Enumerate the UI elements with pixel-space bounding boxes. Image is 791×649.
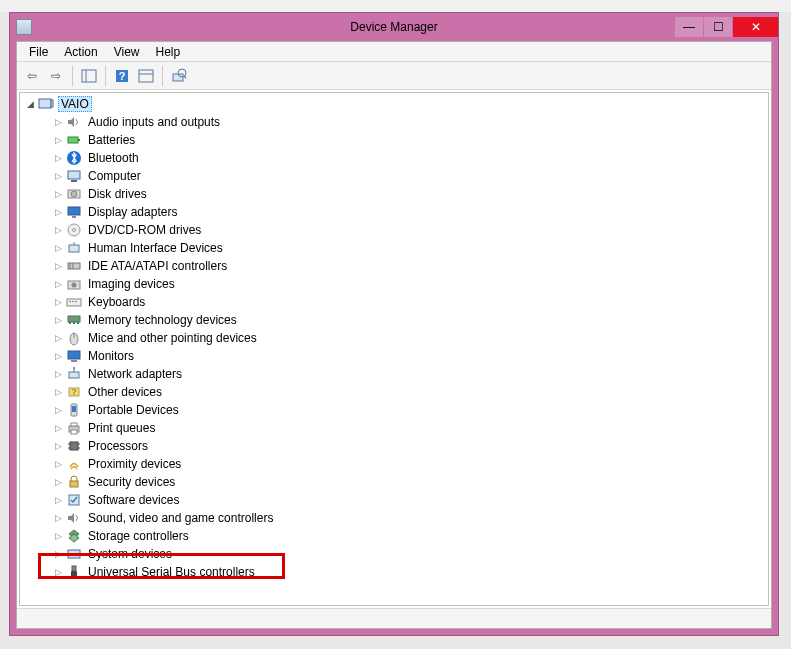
window-title: Device Manager: [10, 20, 778, 34]
expand-icon[interactable]: ▷: [52, 152, 64, 164]
tree-item[interactable]: ▷?Other devices: [24, 383, 768, 401]
forward-button[interactable]: ⇨: [45, 65, 67, 87]
svg-rect-20: [72, 216, 76, 218]
tree-item[interactable]: ▷Display adapters: [24, 203, 768, 221]
tree-item[interactable]: ▷Storage controllers: [24, 527, 768, 545]
tree-item-label: Imaging devices: [86, 276, 177, 292]
expand-icon[interactable]: ▷: [52, 368, 64, 380]
expand-icon[interactable]: ▷: [52, 296, 64, 308]
properties-icon: [138, 68, 154, 84]
tree-item[interactable]: ▷Processors: [24, 437, 768, 455]
monitor-icon: [66, 348, 82, 364]
root-label[interactable]: VAIO: [58, 96, 92, 112]
tree-item[interactable]: ▷Portable Devices: [24, 401, 768, 419]
software-icon: [66, 492, 82, 508]
expand-icon[interactable]: ▷: [52, 404, 64, 416]
collapse-icon[interactable]: ◢: [24, 98, 36, 110]
expand-icon[interactable]: ▷: [52, 422, 64, 434]
expand-icon[interactable]: ▷: [52, 458, 64, 470]
svg-rect-4: [139, 70, 153, 82]
minimize-button[interactable]: —: [675, 17, 703, 37]
scan-button[interactable]: [168, 65, 190, 87]
svg-point-63: [76, 553, 78, 555]
tree-item[interactable]: ▷Software devices: [24, 491, 768, 509]
tree-root-node[interactable]: ◢ VAIO: [24, 95, 768, 113]
tree-item[interactable]: ▷Computer: [24, 167, 768, 185]
expand-icon[interactable]: ▷: [52, 476, 64, 488]
tree-item-label: Portable Devices: [86, 402, 181, 418]
expand-icon[interactable]: ▷: [52, 224, 64, 236]
tree-item[interactable]: ▷Batteries: [24, 131, 768, 149]
svg-rect-15: [68, 171, 80, 179]
titlebar[interactable]: Device Manager — ☐ ✕: [10, 13, 778, 41]
expand-icon[interactable]: ▷: [52, 116, 64, 128]
expand-icon[interactable]: ▷: [52, 278, 64, 290]
svg-text:?: ?: [71, 387, 77, 397]
menu-view[interactable]: View: [106, 43, 148, 61]
expand-icon[interactable]: ▷: [52, 134, 64, 146]
tree-item-label: Monitors: [86, 348, 136, 364]
tree-item-label: Sound, video and game controllers: [86, 510, 275, 526]
properties-button[interactable]: [135, 65, 157, 87]
expand-icon[interactable]: ▷: [52, 530, 64, 542]
expand-icon[interactable]: ▷: [52, 242, 64, 254]
tree-item[interactable]: ▷Memory technology devices: [24, 311, 768, 329]
memory-icon: [66, 312, 82, 328]
tree-item-label: DVD/CD-ROM drives: [86, 222, 203, 238]
speaker-icon: [66, 114, 82, 130]
expand-icon[interactable]: ▷: [52, 440, 64, 452]
help-button[interactable]: ?: [111, 65, 133, 87]
menu-help[interactable]: Help: [148, 43, 189, 61]
close-button[interactable]: ✕: [733, 17, 778, 37]
tree-item[interactable]: ▷Universal Serial Bus controllers: [24, 563, 768, 581]
expand-icon[interactable]: ▷: [52, 314, 64, 326]
tree-item[interactable]: ▷System devices: [24, 545, 768, 563]
svg-rect-9: [39, 99, 51, 108]
statusbar: [17, 608, 771, 628]
svg-rect-42: [69, 372, 79, 378]
expand-icon[interactable]: ▷: [52, 350, 64, 362]
tree-item[interactable]: ▷Human Interface Devices: [24, 239, 768, 257]
expand-icon[interactable]: ▷: [52, 260, 64, 272]
tree-item[interactable]: ▷DVD/CD-ROM drives: [24, 221, 768, 239]
tree-item[interactable]: ▷Audio inputs and outputs: [24, 113, 768, 131]
display-icon: [66, 204, 82, 220]
app-icon: [16, 19, 32, 35]
tree-item[interactable]: ▷Proximity devices: [24, 455, 768, 473]
back-button[interactable]: ⇦: [21, 65, 43, 87]
svg-rect-41: [71, 360, 77, 362]
menu-file[interactable]: File: [21, 43, 56, 61]
expand-icon[interactable]: ▷: [52, 512, 64, 524]
expand-icon[interactable]: ▷: [52, 386, 64, 398]
expand-icon[interactable]: ▷: [52, 548, 64, 560]
expand-icon[interactable]: ▷: [52, 332, 64, 344]
tree-item[interactable]: ▷Network adapters: [24, 365, 768, 383]
tree-item[interactable]: ▷Monitors: [24, 347, 768, 365]
tree-item[interactable]: ▷Sound, video and game controllers: [24, 509, 768, 527]
tree-item[interactable]: ▷Keyboards: [24, 293, 768, 311]
maximize-button[interactable]: ☐: [704, 17, 732, 37]
bluetooth-icon: [66, 150, 82, 166]
svg-rect-0: [82, 70, 96, 82]
expand-icon[interactable]: ▷: [52, 206, 64, 218]
tree-item[interactable]: ▷Bluetooth: [24, 149, 768, 167]
tree-item[interactable]: ▷IDE ATA/ATAPI controllers: [24, 257, 768, 275]
window-inner: File Action View Help ⇦ ⇨ ?: [16, 41, 772, 629]
expand-icon[interactable]: ▷: [52, 188, 64, 200]
tree-item-label: Universal Serial Bus controllers: [86, 564, 257, 580]
proximity-icon: [66, 456, 82, 472]
tree-item[interactable]: ▷Print queues: [24, 419, 768, 437]
device-tree[interactable]: ◢ VAIO ▷Audio inputs and outputs▷Batteri…: [19, 92, 769, 606]
menu-action[interactable]: Action: [56, 43, 105, 61]
svg-rect-33: [75, 301, 77, 302]
mouse-icon: [66, 330, 82, 346]
tree-item[interactable]: ▷Imaging devices: [24, 275, 768, 293]
show-hide-button[interactable]: [78, 65, 100, 87]
tree-item[interactable]: ▷Disk drives: [24, 185, 768, 203]
tree-item[interactable]: ▷Mice and other pointing devices: [24, 329, 768, 347]
tree-item[interactable]: ▷Security devices: [24, 473, 768, 491]
expand-icon[interactable]: ▷: [52, 170, 64, 182]
ide-icon: [66, 258, 82, 274]
expand-icon[interactable]: ▷: [52, 494, 64, 506]
expand-icon[interactable]: ▷: [52, 566, 64, 578]
